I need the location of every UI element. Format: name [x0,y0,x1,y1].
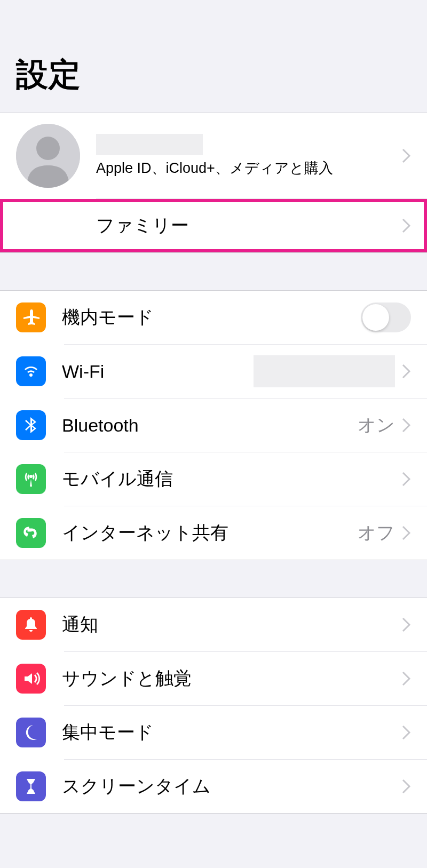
bluetooth-label: Bluetooth [62,415,139,436]
screentime-label: スクリーンタイム [62,774,211,799]
bluetooth-value: オン [358,413,395,437]
chevron-right-icon [401,148,411,164]
chevron-right-icon [401,617,411,633]
chevron-right-icon [401,778,411,794]
sounds-label: サウンドと触覚 [62,666,192,691]
svg-point-1 [36,137,60,160]
hotspot-icon [16,518,46,548]
family-label: ファミリー [96,213,189,238]
wifi-label: Wi-Fi [62,361,104,382]
cellular-label: モバイル通信 [62,467,173,491]
bluetooth-row[interactable]: Bluetooth オン [0,399,427,452]
chevron-right-icon [401,525,411,541]
notifications-icon [16,610,46,640]
attention-group: 通知 サウンドと触覚 集中モード スクリーンタイム [0,598,427,814]
profile-group: Apple ID、iCloud+、メディアと購入 ファミリー [0,113,427,253]
bluetooth-icon [16,410,46,440]
wifi-value-redacted [254,355,395,387]
wifi-row[interactable]: Wi-Fi [0,345,427,398]
notifications-label: 通知 [62,612,98,637]
airplane-icon [16,302,46,332]
page-title: 設定 [16,53,411,97]
notifications-row[interactable]: 通知 [0,598,427,651]
settings-header: 設定 [0,0,427,113]
chevron-right-icon [401,671,411,687]
focus-row[interactable]: 集中モード [0,706,427,759]
chevron-right-icon [401,218,411,234]
hotspot-label: インターネット共有 [62,521,228,545]
focus-label: 集中モード [62,720,154,745]
airplane-label: 機内モード [62,305,154,330]
wifi-icon [16,356,46,386]
profile-subtitle: Apple ID、iCloud+、メディアと購入 [96,158,401,178]
profile-name-redacted [96,134,203,155]
chevron-right-icon [401,363,411,379]
chevron-right-icon [401,417,411,433]
focus-icon [16,718,46,747]
screentime-row[interactable]: スクリーンタイム [0,760,427,813]
highlight-annotation [0,199,427,252]
family-row[interactable]: ファミリー [0,199,427,252]
sounds-icon [16,664,46,694]
avatar [16,124,80,188]
hotspot-row[interactable]: インターネット共有 オフ [0,506,427,560]
sounds-row[interactable]: サウンドと触覚 [0,652,427,705]
apple-id-row[interactable]: Apple ID、iCloud+、メディアと購入 [0,113,427,198]
cellular-icon [16,464,46,494]
airplane-switch[interactable] [361,302,411,332]
profile-text: Apple ID、iCloud+、メディアと購入 [96,134,401,178]
connectivity-group: 機内モード Wi-Fi Bluetooth オン モバイル通信 [0,290,427,560]
chevron-right-icon [401,471,411,487]
hotspot-value: オフ [358,521,395,545]
screentime-icon [16,771,46,801]
chevron-right-icon [401,724,411,740]
cellular-row[interactable]: モバイル通信 [0,452,427,506]
airplane-mode-row[interactable]: 機内モード [0,291,427,344]
